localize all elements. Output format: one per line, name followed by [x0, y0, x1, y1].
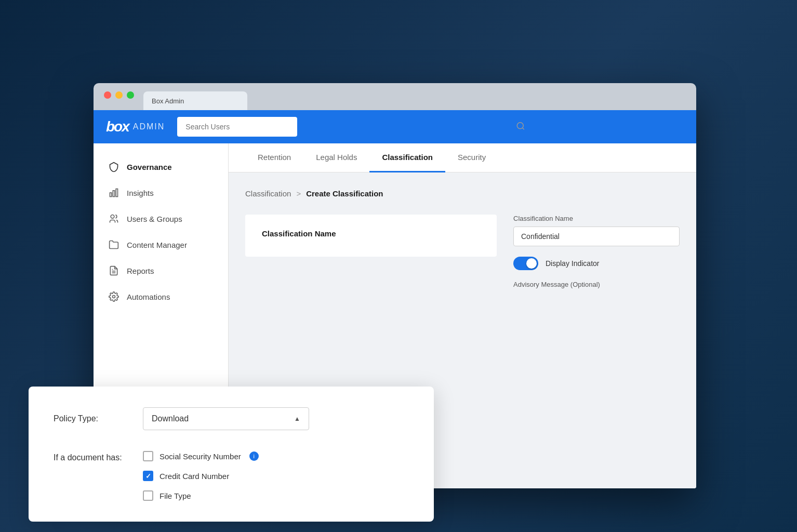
policy-type-row: Policy Type: Download ▲ [54, 407, 409, 430]
sidebar-label-governance: Governance [127, 163, 172, 171]
svg-line-1 [523, 128, 524, 129]
display-indicator-label: Display Indicator [546, 259, 600, 268]
sidebar-label-users-groups: Users & Groups [127, 215, 182, 223]
sidebar-item-users-groups[interactable]: Users & Groups [94, 206, 228, 232]
advisory-message-label: Advisory Message (Optional) [513, 281, 680, 288]
search-container [177, 117, 530, 137]
breadcrumb-parent[interactable]: Classification [245, 189, 291, 198]
toggle-knob [526, 258, 537, 269]
sidebar-item-content-manager[interactable]: Content Manager [94, 232, 228, 258]
breadcrumb-separator: > [296, 189, 301, 198]
folder-icon [108, 239, 119, 250]
ccn-checkbox[interactable] [143, 471, 153, 481]
breadcrumb-current: Create Classification [306, 189, 383, 198]
close-dot[interactable] [104, 91, 111, 99]
desktop-background: Box Admin box ADMIN [0, 0, 797, 532]
browser-dots [104, 91, 134, 99]
file-type-checkbox[interactable] [143, 490, 153, 501]
policy-type-value: Download [152, 414, 189, 423]
gear-icon [108, 291, 119, 302]
document-icon [108, 265, 119, 276]
tab-retention[interactable]: Retention [245, 143, 303, 172]
svg-point-5 [111, 215, 114, 219]
policy-type-label: Policy Type: [54, 414, 126, 423]
classification-name-section: Classification Name [245, 215, 497, 257]
ssn-checkbox[interactable] [143, 451, 153, 461]
app-header: box ADMIN [94, 110, 696, 143]
toggle-row: Display Indicator [513, 257, 680, 270]
ssn-checkbox-row: Social Security Number i [143, 451, 259, 461]
search-button[interactable] [516, 122, 525, 132]
search-input[interactable] [177, 117, 297, 137]
sidebar-item-insights[interactable]: Insights [94, 180, 228, 206]
bar-chart-icon [108, 187, 119, 198]
sidebar-item-governance[interactable]: Governance [94, 154, 228, 180]
maximize-dot[interactable] [127, 91, 134, 99]
content-area: Classification > Create Classification C… [229, 172, 696, 309]
users-icon [108, 213, 119, 224]
minimize-dot[interactable] [115, 91, 123, 99]
ccn-label: Credit Card Number [160, 472, 229, 481]
document-has-label: If a document has: [54, 451, 126, 462]
chevron-up-icon: ▲ [294, 415, 300, 422]
modal-panel: Policy Type: Download ▲ If a document ha… [29, 387, 434, 522]
svg-rect-2 [110, 193, 112, 197]
file-type-label: File Type [160, 491, 191, 500]
tab-classification[interactable]: Classification [369, 143, 445, 172]
svg-rect-4 [116, 189, 117, 197]
right-panel: Classification Name Confidential Display… [513, 215, 680, 288]
tab-legal-holds[interactable]: Legal Holds [303, 143, 369, 172]
browser-tab[interactable]: Box Admin [143, 91, 247, 110]
sidebar-label-insights: Insights [127, 189, 154, 197]
shield-icon [108, 161, 119, 172]
document-has-row: If a document has: Social Security Numbe… [54, 451, 409, 501]
right-panel-classification-value: Confidential [513, 227, 680, 246]
sidebar-label-automations: Automations [127, 292, 170, 301]
svg-rect-3 [113, 191, 114, 197]
box-admin-label: ADMIN [133, 122, 165, 131]
sidebar-item-reports[interactable]: Reports [94, 258, 228, 284]
sidebar-item-automations[interactable]: Automations [94, 284, 228, 310]
classification-name-label: Classification Name [262, 229, 480, 238]
checkboxes-column: Social Security Number i Credit Card Num… [143, 451, 259, 501]
policy-type-dropdown[interactable]: Download ▲ [143, 407, 309, 430]
ssn-info-icon[interactable]: i [249, 451, 259, 461]
ccn-checkbox-row: Credit Card Number [143, 471, 259, 481]
breadcrumb: Classification > Create Classification [245, 189, 680, 198]
sidebar-label-reports: Reports [127, 267, 154, 275]
file-type-checkbox-row: File Type [143, 490, 259, 501]
browser-tab-title: Box Admin [152, 97, 184, 105]
box-logo: box ADMIN [106, 118, 165, 135]
tab-security[interactable]: Security [445, 143, 498, 172]
ssn-label: Social Security Number [160, 452, 241, 461]
right-panel-classification-label: Classification Name [513, 215, 680, 222]
svg-point-0 [517, 123, 524, 129]
sidebar-label-content-manager: Content Manager [127, 241, 187, 249]
browser-chrome: Box Admin [94, 83, 696, 110]
display-indicator-toggle[interactable] [513, 257, 538, 270]
tabs-bar: Retention Legal Holds Classification Sec… [229, 143, 696, 172]
svg-point-9 [113, 296, 115, 298]
box-logo-icon: box [106, 118, 129, 135]
